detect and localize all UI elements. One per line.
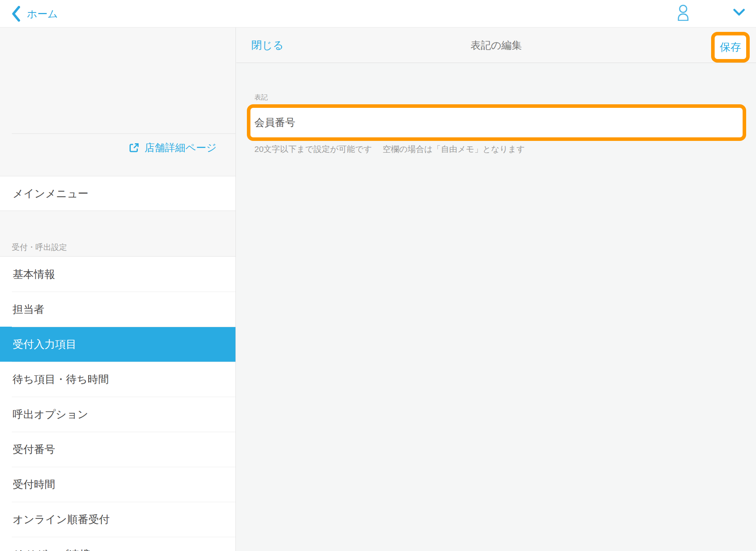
save-annotation-highlight: 保存	[711, 32, 750, 63]
sidebar-item-air-reserve-link[interactable]: Airリザーブ連携	[0, 537, 235, 551]
user-icon[interactable]	[676, 4, 690, 21]
field-label: 表記	[254, 93, 268, 102]
modal-title: 表記の編集	[471, 38, 522, 52]
store-detail-page-link[interactable]: 店舗詳細ページ	[129, 141, 217, 155]
chevron-left-icon	[12, 6, 20, 22]
back-label: ホーム	[27, 7, 58, 21]
sidebar-item-main-menu[interactable]: メインメニュー	[0, 176, 235, 211]
back-button[interactable]: ホーム	[12, 0, 58, 28]
top-bar: ホーム	[0, 0, 756, 28]
sidebar-item-wait-items-wait-time[interactable]: 待ち項目・待ち時間	[0, 362, 235, 397]
modal-header: 閉じる 表記の編集 保存	[236, 28, 756, 63]
chevron-down-icon[interactable]	[733, 9, 745, 17]
store-detail-page-label: 店舗詳細ページ	[145, 141, 217, 155]
sidebar-item-staff[interactable]: 担当者	[0, 292, 235, 327]
sidebar-section-label: 受付・呼出設定	[12, 242, 67, 253]
edit-notation-panel: 閉じる 表記の編集 保存 表記 20文字以下まで設定が可能です 空欄の場合は「自…	[236, 28, 756, 551]
notation-input[interactable]	[250, 108, 743, 137]
save-button[interactable]: 保存	[720, 40, 741, 54]
input-annotation-highlight	[247, 104, 746, 141]
sidebar-item-reception-hours[interactable]: 受付時間	[0, 467, 235, 502]
sidebar-menu-list: 基本情報 担当者 受付入力項目 待ち項目・待ち時間 呼出オプション 受付番号 受…	[0, 256, 235, 551]
sidebar-item-call-options[interactable]: 呼出オプション	[0, 397, 235, 432]
sidebar-item-reception-input-fields[interactable]: 受付入力項目	[0, 327, 235, 362]
sidebar-item-reception-number[interactable]: 受付番号	[0, 432, 235, 467]
sidebar-store-section: 店舗詳細ページ	[0, 28, 235, 176]
sidebar-section-gap: 受付・呼出設定	[0, 211, 235, 256]
sidebar-item-basic-info[interactable]: 基本情報	[0, 257, 235, 292]
external-link-icon	[129, 142, 139, 153]
sidebar-item-online-queue[interactable]: オンライン順番受付	[0, 502, 235, 537]
sidebar: 店舗詳細ページ メインメニュー 受付・呼出設定 基本情報 担当者 受付入力項目 …	[0, 28, 236, 551]
modal-body: 表記 20文字以下まで設定が可能です 空欄の場合は「自由メモ」となります	[236, 63, 756, 551]
divider	[12, 133, 235, 134]
close-button[interactable]: 閉じる	[251, 38, 284, 52]
helper-text: 20文字以下まで設定が可能です 空欄の場合は「自由メモ」となります	[254, 144, 525, 155]
